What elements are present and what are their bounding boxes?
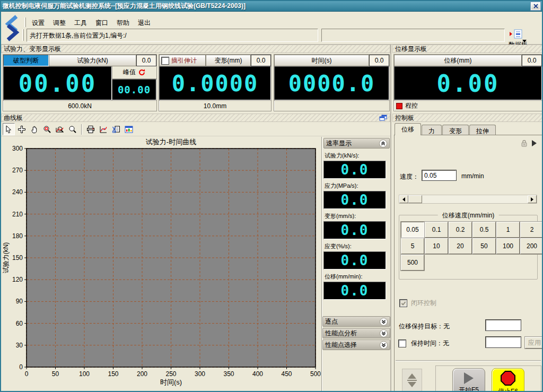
print-button[interactable]	[84, 123, 97, 135]
close-button[interactable]	[531, 2, 540, 10]
jog-updown-button[interactable]	[402, 369, 422, 392]
svg-text:300: 300	[195, 370, 205, 378]
hold-target-input[interactable]	[486, 320, 521, 330]
chart-plot[interactable]: 0306090120150180210240270300050100150200…	[1, 136, 321, 391]
hold-time-checkbox[interactable]	[399, 340, 406, 347]
speed-button-0.05[interactable]: 0.05	[401, 222, 424, 238]
svg-text:350: 350	[223, 370, 234, 378]
menu-item-adjust[interactable]: 调整	[49, 18, 70, 29]
closed-loop-checkbox[interactable]	[400, 300, 407, 307]
zoom-out-tool-button[interactable]	[66, 123, 78, 135]
panel-performance-select[interactable]: 性能点选择	[322, 339, 390, 350]
force-header-label: 试验力(kN)	[77, 56, 108, 65]
chart-window-button[interactable]	[122, 123, 135, 135]
pointer-tool-button[interactable]	[3, 123, 15, 135]
deform-lcd-value: 0.0000	[172, 71, 259, 97]
scrollbar-track[interactable]	[422, 195, 528, 203]
scroll-right-button[interactable]	[528, 195, 537, 203]
speed-input[interactable]	[422, 170, 456, 180]
toolbar: 设置 调整 工具 窗口 帮助 退出 共打开数据1条,当前位置为1,编号:/	[1, 12, 542, 45]
time-capacity	[274, 100, 389, 111]
start-button[interactable]: 开始F5	[452, 368, 485, 392]
speed-button-5[interactable]: 5	[401, 238, 424, 254]
tab-deform[interactable]: 变形	[442, 125, 469, 135]
speed-button-2[interactable]: 2	[520, 222, 543, 238]
hold-time-input[interactable]	[486, 337, 521, 347]
force-display-group: 破型判断 试验力(kN) 0.0 00.00 峰值	[3, 54, 157, 111]
speed-button-20[interactable]: 20	[449, 238, 472, 254]
displacement-display-group: 位移(mm) 0.0 0.00 程控	[393, 54, 542, 111]
restore-icon[interactable]	[379, 115, 388, 121]
rate-value-strain: 0.0	[341, 252, 369, 268]
zoom-box-tool-button[interactable]	[41, 123, 53, 135]
zoom-curve-tool-button[interactable]	[54, 123, 66, 135]
play-icon[interactable]	[532, 140, 537, 146]
displacement-aux-value: 0.0	[522, 55, 542, 66]
speed-button-100[interactable]: 100	[496, 238, 520, 254]
chart-toolbar	[1, 123, 390, 136]
curve-panel-header: 曲线板	[1, 114, 390, 122]
status-text: 共打开数据1条,当前位置为1,编号:/	[30, 32, 127, 39]
dropdown-arrow-icon	[522, 40, 527, 42]
time-display-group: 时间(s) 0.0 0000.0	[274, 54, 390, 111]
force-capacity: 600.0kN	[3, 100, 156, 111]
speed-button-0.2[interactable]: 0.2	[449, 222, 472, 238]
rate-lcd-displacement: 0.0	[323, 282, 386, 300]
copy-chart-button[interactable]	[110, 123, 122, 135]
displacement-header-button[interactable]: 位移(mm)	[394, 55, 522, 66]
tab-tension[interactable]: 拉伸	[469, 125, 496, 135]
speed-scrollbar[interactable]	[399, 195, 537, 204]
time-header-button[interactable]: 时间(s)	[274, 55, 369, 66]
menu-item-exit[interactable]: 退出	[134, 18, 155, 29]
stop-button[interactable]: 停止F6	[492, 368, 524, 392]
expand-button[interactable]	[380, 318, 388, 326]
svg-text:150: 150	[12, 254, 23, 262]
apply-button[interactable]: 应用	[525, 337, 543, 349]
panel-pointwise[interactable]: 逐点	[322, 316, 390, 327]
refresh-icon[interactable]	[138, 68, 146, 76]
extensometer-checkbox-row[interactable]: 摘引伸计	[159, 55, 206, 66]
force-header-button[interactable]: 试验力(kN)	[49, 55, 136, 66]
toolbar-separator	[81, 124, 82, 135]
expand-button[interactable]	[380, 341, 388, 349]
collapse-button[interactable]	[379, 140, 387, 147]
zoom-out-icon	[68, 125, 77, 134]
speed-button-10[interactable]: 10	[425, 238, 448, 254]
svg-text:270: 270	[12, 167, 23, 174]
speed-button-50[interactable]: 50	[472, 238, 496, 254]
curve-panel-title: 曲线板	[4, 115, 23, 121]
rate-value-stress: 0.0	[341, 192, 369, 208]
speed-button-0.1[interactable]: 0.1	[425, 222, 448, 238]
rate-panel-header[interactable]: 速率显示	[323, 138, 390, 149]
displacement-header-label: 位移(mm)	[444, 56, 472, 65]
svg-text:250: 250	[165, 370, 176, 378]
tab-displacement[interactable]: 位移	[395, 123, 421, 135]
time-lcd-value: 0000.0	[288, 71, 375, 97]
pan-tool-button[interactable]	[28, 123, 40, 135]
expand-button[interactable]	[380, 329, 388, 337]
speed-button-0.5[interactable]: 0.5	[472, 222, 496, 238]
crosshair-tool-button[interactable]	[15, 123, 28, 135]
deform-header-button[interactable]: 变形(mm)	[206, 55, 251, 66]
hold-time-row: 保持时间：无	[399, 339, 449, 348]
scroll-left-button[interactable]	[399, 195, 408, 203]
deform-aux-text: 0.0	[257, 57, 266, 64]
rate-item: 应变(%/s): 0.0	[323, 242, 390, 269]
curve-style-button[interactable]	[97, 123, 109, 135]
scrollbar-thumb[interactable]	[408, 195, 422, 203]
svg-text:200: 200	[137, 370, 147, 378]
menu-item-tools[interactable]: 工具	[70, 18, 91, 29]
speed-button-500[interactable]: 500	[401, 255, 424, 271]
menu-item-help[interactable]: 帮助	[112, 18, 134, 29]
menu-item-window[interactable]: 窗口	[91, 18, 112, 29]
panel-performance-analysis[interactable]: 性能点分析	[322, 328, 390, 338]
speed-button-1[interactable]: 1	[496, 222, 520, 238]
speed-button-200[interactable]: 200	[520, 238, 543, 254]
curve-panel: 曲线板	[1, 114, 391, 392]
peak-button[interactable]: 峰值	[112, 66, 156, 79]
extensometer-checkbox[interactable]	[162, 57, 169, 64]
break-detect-toggle[interactable]: 破型判断	[3, 55, 49, 66]
menu-item-settings[interactable]: 设置	[28, 18, 49, 29]
lock-icon[interactable]	[521, 140, 528, 147]
tab-force[interactable]: 力	[422, 125, 442, 135]
